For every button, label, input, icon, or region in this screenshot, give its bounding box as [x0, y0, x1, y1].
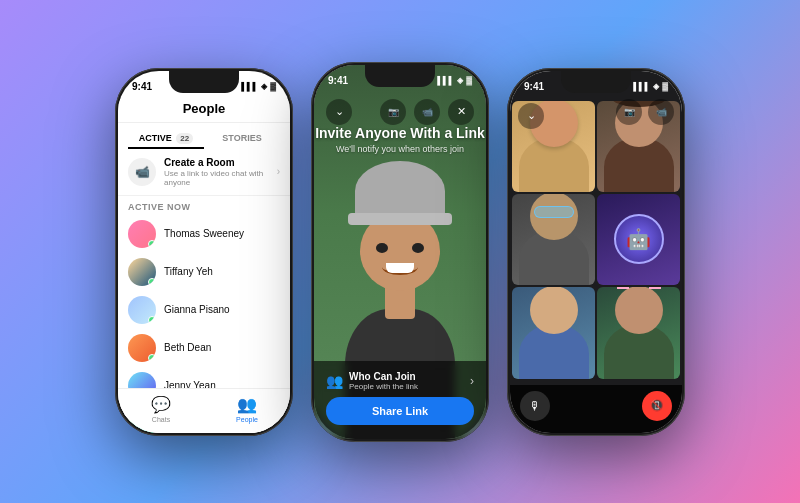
avatar — [128, 258, 156, 286]
share-link-button[interactable]: Share Link — [326, 397, 474, 425]
status-bar-right: 9:41 ▌▌▌ ◈ ▓ — [510, 71, 682, 99]
list-item[interactable]: Tiffany Yeh — [118, 253, 290, 291]
chevron-right-icon: › — [277, 166, 280, 177]
chevron-down-icon: ⌄ — [527, 109, 536, 122]
video-icon: 📹 — [656, 107, 667, 117]
call-cell-content-6 — [597, 287, 680, 378]
create-room-row[interactable]: 📹 Create a Room Use a link to video chat… — [118, 149, 290, 196]
battery-icon: ▓ — [662, 82, 668, 91]
nav-item-people[interactable]: 👥 People — [204, 395, 290, 423]
create-room-text: Create a Room Use a link to video chat w… — [164, 157, 269, 187]
person-face-3 — [530, 194, 578, 240]
video-icon: 📹 — [135, 165, 150, 179]
who-can-join-info: 👥 Who Can Join People with the link — [326, 371, 418, 391]
left-eye — [376, 243, 388, 253]
phone-right-screen: 9:41 ▌▌▌ ◈ ▓ 📷 📹 — [510, 71, 682, 433]
call-cell-3 — [512, 194, 595, 285]
camera-flip-button[interactable]: 📷 — [616, 99, 642, 125]
video-button[interactable]: 📹 — [414, 99, 440, 125]
time-left: 9:41 — [132, 81, 152, 92]
signal-icon: ▌▌▌ — [241, 82, 258, 91]
tab-active-badge: 22 — [176, 133, 193, 144]
contact-name: Thomas Sweeney — [164, 228, 244, 239]
chats-label: Chats — [152, 416, 170, 423]
cat-ear-left — [617, 287, 629, 288]
who-can-join-subtitle: People with the link — [349, 382, 418, 391]
group-call-screen: 9:41 ▌▌▌ ◈ ▓ 📷 📹 — [510, 71, 682, 433]
call-cell-5 — [512, 287, 595, 378]
video-toggle-button[interactable]: 📹 — [648, 99, 674, 125]
person-hat-brim — [348, 213, 452, 225]
invite-subtitle: We'll notify you when others join — [314, 144, 486, 154]
mic-icon: 🎙 — [529, 399, 541, 413]
camera-button[interactable]: 📷 — [380, 99, 406, 125]
bottom-nav: 💬 Chats 👥 People — [118, 388, 290, 433]
nav-item-chats[interactable]: 💬 Chats — [118, 395, 204, 423]
camera-icon: 📷 — [624, 107, 635, 117]
call-cell-4: 🤖 — [597, 194, 680, 285]
status-icons-right: ▌▌▌ ◈ ▓ — [633, 82, 668, 91]
online-indicator — [148, 316, 156, 324]
wifi-icon: ◈ — [653, 82, 659, 91]
down-chevron-button[interactable]: ⌄ — [326, 99, 352, 125]
chats-icon: 💬 — [151, 395, 171, 414]
contact-name: Gianna Pisano — [164, 304, 230, 315]
video-bottom-controls: 👥 Who Can Join People with the link › Sh… — [314, 361, 486, 439]
mic-button[interactable]: 🎙 — [520, 391, 550, 421]
video-screen: 9:41 ▌▌▌ ◈ ▓ ⌄ 📷 — [314, 65, 486, 439]
people-icon: 👥 — [326, 373, 343, 389]
list-item[interactable]: Gianna Pisano — [118, 291, 290, 329]
close-button[interactable]: ✕ — [448, 99, 474, 125]
wifi-icon: ◈ — [261, 82, 267, 91]
status-icons-left: ▌▌▌ ◈ ▓ — [241, 82, 276, 91]
phone-left: 9:41 ▌▌▌ ◈ ▓ People ACTIVE 22 — [115, 68, 293, 436]
section-label-active-now: ACTIVE NOW — [118, 196, 290, 215]
end-call-button[interactable]: 📵 — [642, 391, 672, 421]
list-item[interactable]: Beth Dean — [118, 329, 290, 367]
cat-ear-right — [649, 287, 661, 288]
tabs-row: ACTIVE 22 STORIES — [118, 123, 290, 149]
person-face-6 — [615, 287, 663, 333]
call-grid: 🤖 — [510, 99, 682, 383]
who-can-join-row: 👥 Who Can Join People with the link › — [326, 371, 474, 391]
people-header: People — [118, 99, 290, 123]
end-call-icon: 📵 — [650, 399, 664, 412]
create-room-subtitle: Use a link to video chat with anyone — [164, 169, 269, 187]
call-bottom-bar: 🎙 📵 — [510, 385, 682, 433]
person-face-5 — [530, 287, 578, 333]
people-title: People — [118, 101, 290, 116]
phone-left-screen: 9:41 ▌▌▌ ◈ ▓ People ACTIVE 22 — [118, 71, 290, 433]
tab-active[interactable]: ACTIVE 22 — [128, 129, 204, 149]
who-can-join-text: Who Can Join People with the link — [349, 371, 418, 391]
online-indicator — [148, 354, 156, 362]
wifi-icon: ◈ — [457, 76, 463, 85]
time-right: 9:41 — [524, 81, 544, 92]
avatar — [128, 296, 156, 324]
contact-name: Beth Dean — [164, 342, 211, 353]
call-back-button[interactable]: ⌄ — [518, 103, 544, 129]
status-icons-middle: ▌▌▌ ◈ ▓ — [437, 76, 472, 85]
ar-glasses — [534, 206, 574, 218]
phone-middle: 9:41 ▌▌▌ ◈ ▓ ⌄ 📷 — [311, 62, 489, 442]
close-icon: ✕ — [457, 105, 466, 118]
people-icon: 👥 — [237, 395, 257, 414]
notch-left — [169, 71, 239, 93]
chevron-down-icon: ⌄ — [335, 105, 344, 118]
invite-overlay: Invite Anyone With a Link We'll notify y… — [314, 125, 486, 154]
create-room-icon: 📹 — [128, 158, 156, 186]
back-icon: ⌄ — [518, 103, 544, 129]
online-indicator — [148, 240, 156, 248]
time-middle: 9:41 — [328, 75, 348, 86]
call-cell-content-4: 🤖 — [597, 194, 680, 285]
camera-icon: 📷 — [388, 107, 399, 117]
phone-right: 9:41 ▌▌▌ ◈ ▓ 📷 📹 — [507, 68, 685, 436]
tab-stories[interactable]: STORIES — [204, 129, 280, 149]
video-top-right-buttons: 📷 📹 ✕ — [380, 99, 474, 125]
list-item[interactable]: Thomas Sweeney — [118, 215, 290, 253]
online-indicator — [148, 278, 156, 286]
avatar — [128, 334, 156, 362]
signal-icon: ▌▌▌ — [437, 76, 454, 85]
contact-name: Tiffany Yeh — [164, 266, 213, 277]
tab-active-label: ACTIVE — [139, 133, 172, 143]
who-can-join-title: Who Can Join — [349, 371, 418, 382]
